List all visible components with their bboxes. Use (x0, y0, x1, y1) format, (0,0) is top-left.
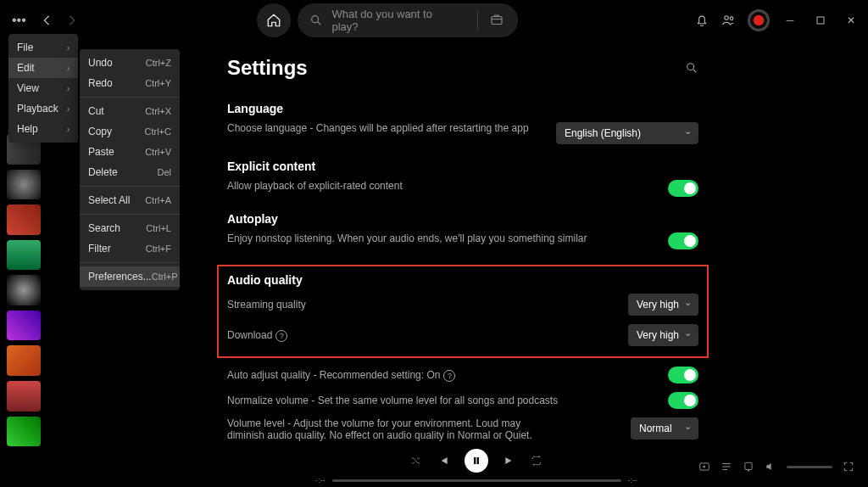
connect-device-icon[interactable] (743, 461, 754, 473)
menu-copy[interactable]: CopyCtrl+C (80, 121, 180, 142)
page-title: Settings (227, 56, 308, 80)
normalize-toggle[interactable] (668, 392, 698, 409)
library-item[interactable] (7, 204, 41, 235)
library-item[interactable] (7, 417, 41, 447)
time-total: -:-- (628, 476, 638, 484)
menu-filter[interactable]: FilterCtrl+F (80, 238, 180, 259)
friends-icon[interactable] (721, 12, 737, 29)
language-select[interactable]: English (English) (556, 122, 698, 144)
library-item[interactable] (7, 240, 41, 271)
home-button[interactable] (257, 3, 291, 37)
download-quality-label: Download (227, 329, 272, 341)
avatar[interactable] (748, 9, 770, 31)
info-icon[interactable]: ? (443, 370, 455, 382)
library-item[interactable] (7, 275, 41, 305)
nav-back-button[interactable] (36, 10, 57, 31)
menu-item-help[interactable]: Help› (8, 119, 78, 139)
svg-point-10 (748, 470, 749, 472)
streaming-quality-label: Streaming quality (227, 299, 306, 311)
play-button[interactable] (465, 449, 488, 473)
next-button[interactable] (504, 455, 515, 467)
search-input[interactable]: What do you want to play? (298, 3, 518, 37)
svg-point-3 (730, 17, 733, 20)
autoplay-heading: Autoplay (227, 212, 698, 226)
main-menu-dropdown: File› Edit› View› Playback› Help› (8, 34, 78, 143)
menu-item-view[interactable]: View› (8, 78, 78, 98)
notifications-icon[interactable] (693, 12, 710, 29)
app-menu-button[interactable]: ••• (7, 13, 31, 28)
autoplay-desc: Enjoy nonstop listening. When your audio… (227, 232, 651, 244)
library-item[interactable] (7, 345, 41, 376)
previous-button[interactable] (437, 455, 449, 467)
repeat-button[interactable] (531, 455, 542, 467)
streaming-quality-select[interactable]: Very high (628, 294, 698, 316)
top-bar: ••• What do you want to play? ─ ✕ (0, 0, 868, 41)
settings-search-icon[interactable] (685, 61, 698, 75)
audio-heading: Audio quality (227, 273, 698, 287)
menu-delete[interactable]: DeleteDel (80, 162, 180, 182)
svg-point-2 (725, 16, 729, 20)
menu-cut[interactable]: CutCtrl+X (80, 101, 180, 121)
library-item[interactable] (7, 381, 41, 411)
explicit-heading: Explicit content (227, 160, 698, 173)
menu-paste[interactable]: PasteCtrl+V (80, 142, 180, 162)
menu-select-all[interactable]: Select AllCtrl+A (80, 190, 180, 210)
normalize-label: Normalize volume - Set the same volume l… (227, 395, 558, 406)
explicit-desc: Allow playback of explicit-rated content (227, 180, 651, 192)
maximize-button[interactable] (810, 16, 831, 25)
language-desc: Choose language - Changes will be applie… (227, 122, 539, 134)
divider (477, 11, 478, 30)
queue-icon[interactable] (721, 461, 732, 473)
svg-point-5 (687, 64, 694, 70)
autoplay-toggle[interactable] (668, 232, 698, 249)
volume-icon[interactable] (765, 461, 776, 473)
menu-item-edit[interactable]: Edit› (8, 58, 78, 78)
edit-submenu: UndoCtrl+Z RedoCtrl+Y CutCtrl+X CopyCtrl… (80, 49, 180, 290)
menu-redo[interactable]: RedoCtrl+Y (80, 73, 180, 93)
language-heading: Language (227, 102, 698, 115)
svg-rect-6 (474, 457, 476, 464)
close-button[interactable]: ✕ (841, 14, 861, 26)
volume-slider[interactable] (787, 466, 832, 468)
svg-point-0 (312, 16, 319, 23)
menu-undo[interactable]: UndoCtrl+Z (80, 53, 180, 73)
menu-item-playback[interactable]: Playback› (8, 98, 78, 119)
shuffle-button[interactable] (410, 455, 422, 467)
svg-rect-4 (817, 17, 824, 24)
fullscreen-icon[interactable] (843, 461, 854, 473)
progress-bar[interactable] (332, 479, 621, 482)
menu-preferences[interactable]: Preferences...Ctrl+P (80, 266, 180, 287)
volume-level-label: Volume level - Adjust the volume for you… (227, 417, 541, 441)
library-item[interactable] (7, 311, 41, 341)
menu-search[interactable]: SearchCtrl+L (80, 218, 180, 238)
autoadjust-toggle[interactable] (668, 367, 698, 383)
download-quality-select[interactable]: Very high (628, 324, 698, 346)
browse-button[interactable] (487, 10, 507, 31)
svg-rect-9 (745, 462, 752, 469)
now-playing-view-icon[interactable] (698, 461, 710, 473)
svg-rect-1 (492, 17, 502, 25)
menu-item-file[interactable]: File› (8, 37, 78, 58)
info-icon[interactable]: ? (275, 330, 287, 342)
time-elapsed: -:-- (315, 476, 326, 484)
explicit-toggle[interactable] (668, 180, 698, 197)
player-bar: -:-- -:-- (0, 446, 868, 487)
volume-level-select[interactable]: Normal (631, 417, 698, 439)
search-placeholder: What do you want to play? (331, 8, 459, 33)
svg-rect-7 (477, 457, 479, 464)
nav-forward-button[interactable] (62, 10, 82, 31)
autoadjust-label: Auto adjust quality - Recommended settin… (227, 369, 440, 381)
search-icon (309, 14, 323, 27)
audio-quality-highlight: Audio quality Streaming quality Very hig… (217, 265, 709, 358)
library-item[interactable] (7, 170, 41, 200)
minimize-button[interactable]: ─ (780, 14, 800, 26)
